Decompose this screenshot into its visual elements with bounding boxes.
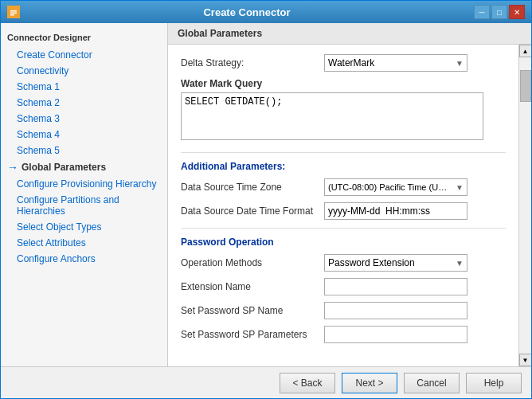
scrollbar: ▲ ▼ <box>518 45 531 366</box>
sidebar-item-configure-partitions-hierarchies[interactable]: Configure Partitions and Hierarchies <box>1 192 167 219</box>
panel-header: Global Parameters <box>168 23 531 45</box>
sidebar: Connector Designer Create Connector Conn… <box>1 23 168 366</box>
sidebar-item-configure-provisioning-hierarchy[interactable]: Configure Provisioning Hierarchy <box>1 176 167 192</box>
title-bar: Create Connector ─ □ ✕ <box>1 1 531 23</box>
sidebar-item-schema4[interactable]: Schema 4 <box>1 127 167 143</box>
delta-strategy-row: Delta Strategy: WaterMark ▼ <box>181 54 506 72</box>
sidebar-item-select-object-types[interactable]: Select Object Types <box>1 219 167 235</box>
maximize-button[interactable]: □ <box>491 5 507 19</box>
delta-strategy-label: Delta Strategy: <box>181 57 324 68</box>
content-area: Connector Designer Create Connector Conn… <box>1 23 531 366</box>
sidebar-item-schema1[interactable]: Schema 1 <box>1 79 167 95</box>
timezone-label: Data Source Time Zone <box>181 182 324 193</box>
password-operation-label: Password Operation <box>181 237 506 248</box>
cancel-button[interactable]: Cancel <box>404 373 460 393</box>
sidebar-item-schema3[interactable]: Schema 3 <box>1 111 167 127</box>
timezone-dropdown-arrow-icon: ▼ <box>456 183 464 192</box>
sidebar-header: Connector Designer <box>1 29 167 47</box>
datetime-format-row: Data Source Date Time Format <box>181 202 506 220</box>
svg-rect-2 <box>10 13 17 14</box>
scrollbar-up-button[interactable]: ▲ <box>519 45 532 57</box>
divider1 <box>181 152 506 153</box>
svg-rect-3 <box>10 14 14 16</box>
sidebar-item-schema2[interactable]: Schema 2 <box>1 95 167 111</box>
timezone-row: Data Source Time Zone (UTC-08:00) Pacifi… <box>181 178 506 196</box>
sidebar-item-configure-anchors[interactable]: Configure Anchors <box>1 251 167 267</box>
set-password-sp-input[interactable] <box>324 302 467 319</box>
main-window: Create Connector ─ □ ✕ Connector Designe… <box>0 0 532 399</box>
extension-name-row: Extension Name <box>181 278 506 295</box>
set-password-params-row: Set Password SP Parameters <box>181 326 506 343</box>
scrollbar-thumb[interactable] <box>520 70 531 102</box>
minimize-button[interactable]: ─ <box>474 5 490 19</box>
water-mark-query-textarea[interactable]: SELECT GETDATE(); <box>181 92 483 140</box>
set-password-sp-label: Set Password SP Name <box>181 305 324 316</box>
svg-rect-1 <box>10 10 17 12</box>
current-item-arrow-icon: → <box>7 161 18 174</box>
main-panel: Global Parameters Delta Strategy: WaterM… <box>168 23 531 366</box>
set-password-params-label: Set Password SP Parameters <box>181 329 324 340</box>
operation-methods-dropdown-arrow-icon: ▼ <box>456 259 464 268</box>
sidebar-item-create-connector[interactable]: Create Connector <box>1 47 167 63</box>
delta-strategy-select[interactable]: WaterMark ▼ <box>324 54 467 72</box>
sidebar-item-schema5[interactable]: Schema 5 <box>1 143 167 158</box>
panel-content: Delta Strategy: WaterMark ▼ Water Mark Q… <box>168 45 518 366</box>
delta-strategy-dropdown-arrow-icon: ▼ <box>456 59 464 68</box>
set-password-sp-row: Set Password SP Name <box>181 302 506 319</box>
sidebar-item-global-parameters[interactable]: → Global Parameters <box>1 158 167 176</box>
window-title: Create Connector <box>20 6 474 18</box>
water-mark-query-container: SELECT GETDATE(); <box>181 92 506 143</box>
set-password-params-input[interactable] <box>324 326 467 343</box>
divider2 <box>181 228 506 229</box>
operation-methods-select[interactable]: Password Extension ▼ <box>324 254 467 272</box>
scrollbar-down-button[interactable]: ▼ <box>519 354 532 366</box>
operation-methods-label: Operation Methods <box>181 257 324 268</box>
extension-name-label: Extension Name <box>181 281 324 292</box>
sidebar-item-connectivity[interactable]: Connectivity <box>1 63 167 79</box>
help-button[interactable]: Help <box>466 373 522 393</box>
datetime-format-input[interactable] <box>324 202 467 220</box>
datetime-format-label: Data Source Date Time Format <box>181 205 324 217</box>
next-button[interactable]: Next > <box>342 373 397 393</box>
operation-methods-row: Operation Methods Password Extension ▼ <box>181 254 506 272</box>
sidebar-item-select-attributes[interactable]: Select Attributes <box>1 235 167 251</box>
water-mark-query-label: Water Mark Query <box>181 78 506 89</box>
close-button[interactable]: ✕ <box>509 5 525 19</box>
window-controls: ─ □ ✕ <box>474 5 525 19</box>
bottom-bar: < Back Next > Cancel Help <box>1 366 531 398</box>
window-icon <box>7 6 20 18</box>
additional-params-label: Additional Parameters: <box>181 161 506 172</box>
back-button[interactable]: < Back <box>280 373 335 393</box>
extension-name-input[interactable] <box>324 278 467 295</box>
timezone-select[interactable]: (UTC-08:00) Pacific Time (US & C... ▼ <box>324 178 467 196</box>
